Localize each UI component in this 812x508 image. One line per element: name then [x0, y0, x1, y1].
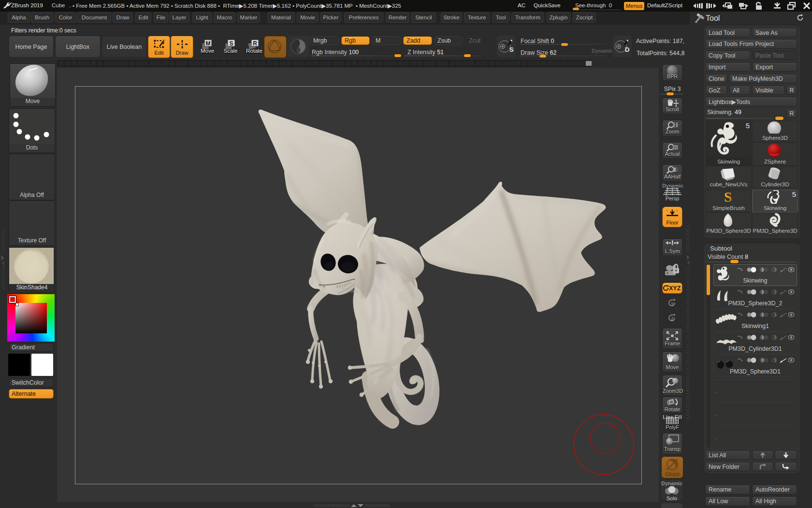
svg-text:x1: x1: [673, 146, 677, 149]
svg-text:M: M: [206, 40, 211, 47]
svg-text:R: R: [253, 40, 257, 47]
svg-text:S: S: [724, 190, 732, 205]
svg-text:S: S: [509, 46, 514, 53]
svg-text:Y: Y: [671, 301, 674, 306]
svg-text:D: D: [625, 46, 629, 53]
svg-text:Z: Z: [671, 316, 674, 321]
svg-text:S: S: [229, 40, 233, 47]
